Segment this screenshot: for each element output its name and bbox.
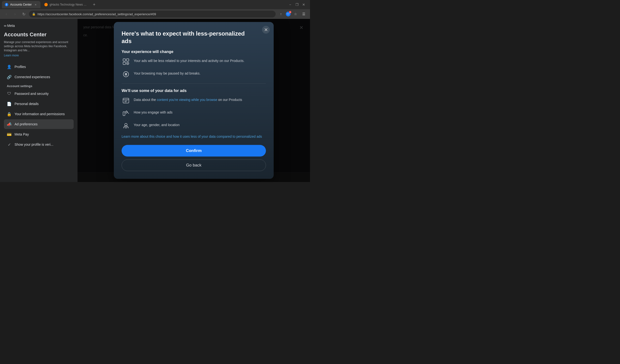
svg-line-14: [127, 112, 129, 114]
sidebar-item-password[interactable]: 🛡 Password and security: [4, 89, 74, 99]
share-icon[interactable]: ↑: [278, 11, 284, 17]
refresh-button[interactable]: ↻: [20, 11, 27, 17]
meta-logo: ∞ Meta: [4, 24, 74, 28]
sidebar-item-personal[interactable]: 📄 Personal details: [4, 99, 74, 109]
modal-item-data-age: Your age, gender, and location: [122, 121, 266, 130]
learn-more-link[interactable]: Learn more: [4, 54, 74, 57]
sidebar-item-meta-pay[interactable]: 💳 Meta Pay: [4, 129, 74, 139]
verify-icon: ✓: [7, 142, 12, 147]
sidebar-item-personal-label: Personal details: [15, 102, 39, 106]
modal-item-ads-related-text: Your ads will be less related to your in…: [134, 57, 244, 63]
back-button[interactable]: ‹: [3, 11, 10, 17]
page-background: ∞ Meta Accounts Center Manage your conne…: [0, 19, 310, 182]
sidebar-item-info[interactable]: 🔒 Your information and permissions: [4, 109, 74, 119]
modal-item-data-engage: How you engage with ads: [122, 109, 266, 118]
url-lock-icon: 🔒: [32, 12, 36, 16]
sidebar-item-connected-label: Connected experiences: [15, 75, 50, 79]
personal-icon: 📄: [7, 101, 12, 106]
sidebar-item-password-label: Password and security: [15, 92, 49, 96]
connected-icon: 🔗: [7, 75, 12, 79]
window-controls: − ❐ ✕: [289, 3, 308, 6]
sidebar-item-info-label: Your information and permissions: [15, 112, 65, 116]
data-content-link[interactable]: content you're viewing while you browse: [157, 98, 217, 102]
modal-item-age-text: Your age, gender, and location: [134, 121, 179, 128]
forward-button[interactable]: ›: [12, 11, 18, 17]
tab-facebook-close[interactable]: ✕: [34, 3, 38, 7]
modal-section2-heading: We'll use some of your data for ads: [122, 89, 266, 93]
modal-close-button[interactable]: ✕: [262, 26, 270, 34]
tab-facebook-label: Accounts Center: [10, 3, 32, 6]
ads-related-icon: [122, 57, 130, 66]
sidebar-item-profiles[interactable]: 👤 Profiles: [4, 62, 74, 72]
sidebar-item-ad-prefs-label: Ad preferences: [15, 122, 38, 126]
engage-icon: [122, 109, 130, 118]
fire-favicon: [44, 3, 48, 6]
modal-item-browsing: Your browsing may be paused by ad breaks…: [122, 70, 266, 79]
go-back-button[interactable]: Go back: [122, 159, 266, 171]
add-tab-button[interactable]: +: [91, 1, 98, 8]
age-icon: [122, 121, 130, 130]
close-button[interactable]: ✕: [302, 3, 305, 6]
menu-icon[interactable]: ☰: [300, 11, 307, 17]
shield-badge-count: 9: [289, 11, 291, 13]
info-icon: 🔒: [7, 112, 12, 116]
bookmark-icon[interactable]: ☆: [292, 11, 299, 17]
ad-prefs-icon: 📣: [7, 122, 12, 127]
modal-item-data-content-text: Data about the content you're viewing wh…: [134, 96, 242, 102]
sidebar-description: Manage your connected experiences and ac…: [4, 40, 74, 52]
svg-rect-13: [123, 112, 125, 116]
sidebar-item-profiles-label: Profiles: [15, 65, 26, 69]
svg-rect-1: [126, 59, 129, 61]
profile-icon: 👤: [7, 64, 12, 69]
data-content-icon: [122, 96, 130, 105]
data-content-before: Data about the: [134, 98, 157, 102]
svg-point-15: [125, 123, 127, 126]
account-settings-label: Account settings: [4, 82, 74, 89]
svg-rect-8: [126, 73, 127, 76]
svg-rect-7: [125, 73, 126, 76]
modal-item-ads-related: Your ads will be less related to your in…: [122, 57, 266, 66]
svg-rect-9: [123, 98, 129, 103]
facebook-favicon: f: [5, 3, 8, 6]
modal-section1-heading: Your experience will change: [122, 50, 266, 54]
tab-facebook[interactable]: f Accounts Center ✕: [2, 1, 40, 8]
sidebar-item-verify[interactable]: ✓ Show your profile is veri...: [4, 140, 74, 149]
confirm-button[interactable]: Confirm: [122, 145, 266, 157]
svg-rect-0: [123, 59, 125, 61]
modal-title: Here's what to expect with less-personal…: [122, 30, 266, 45]
shield-icon[interactable]: 🛡 9: [286, 12, 291, 16]
pause-icon: [122, 70, 130, 79]
sidebar-item-connected[interactable]: 🔗 Connected experiences: [4, 72, 74, 82]
modal-item-browsing-text: Your browsing may be paused by ad breaks…: [134, 70, 201, 76]
modal-dialog: ✕ Here's what to expect with less-person…: [114, 22, 274, 179]
sidebar-item-ad-prefs[interactable]: 📣 Ad preferences: [4, 119, 74, 129]
modal-learn-more-link[interactable]: Learn more about this choice and how it …: [122, 134, 266, 139]
toolbar: ‹ › ↻ 🔒 https://accountscenter.facebook.…: [0, 9, 310, 19]
main-content: ✕ your personal data for ads. As ce. ✕ H…: [78, 19, 310, 182]
tab-ghacks-label: gHacks Technology News and Advi...: [50, 3, 87, 6]
sidebar-title: Accounts Center: [4, 31, 74, 38]
toolbar-actions: ↑ 🛡 9 ☆ ☰: [278, 11, 307, 17]
svg-rect-16: [125, 127, 127, 128]
modal-item-data-content: Data about the content you're viewing wh…: [122, 96, 266, 105]
sidebar: ∞ Meta Accounts Center Manage your conne…: [0, 19, 78, 182]
maximize-button[interactable]: ❐: [295, 3, 298, 6]
sidebar-item-verify-label: Show your profile is veri...: [15, 143, 53, 146]
url-bar[interactable]: 🔒 https://accountscenter.facebook.com/ad…: [29, 11, 276, 17]
modal-divider: [122, 83, 266, 84]
modal-item-engage-text: How you engage with ads: [134, 109, 172, 115]
tab-bar: f Accounts Center ✕ gHacks Technology Ne…: [0, 0, 310, 9]
url-text: https://accountscenter.facebook.com/ad_p…: [38, 12, 156, 16]
svg-point-6: [123, 72, 129, 77]
tab-ghacks[interactable]: gHacks Technology News and Advi...: [41, 1, 90, 8]
svg-rect-2: [123, 62, 125, 65]
meta-logo-text: ∞ Meta: [4, 24, 15, 28]
data-content-after: on our Products: [217, 98, 242, 102]
minimize-button[interactable]: −: [289, 3, 292, 6]
meta-pay-icon: 💳: [7, 132, 12, 137]
browser-chrome: f Accounts Center ✕ gHacks Technology Ne…: [0, 0, 310, 19]
password-icon: 🛡: [7, 91, 12, 96]
sidebar-item-meta-pay-label: Meta Pay: [15, 132, 29, 136]
